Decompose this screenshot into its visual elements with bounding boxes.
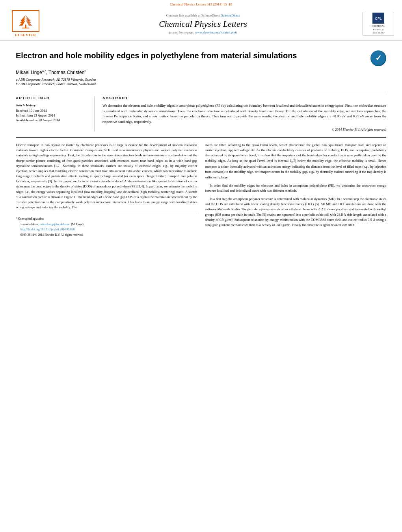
- header-center: Contents lists available at ScienceDirec…: [51, 13, 355, 34]
- issn-line: 0009-261 4/© 2014 Elsevier B.V. All righ…: [16, 233, 197, 237]
- body-divider: [16, 137, 386, 138]
- homepage-url[interactable]: www.elsevier.com/locate/cplett: [195, 30, 237, 34]
- doi-line: http://dx.doi.org/10.1016/j.cplett.2014.…: [16, 227, 197, 232]
- affiliation-a: a ABB Corporate Research, SE 72178 Väste…: [16, 78, 386, 82]
- svg-rect-0: [25, 24, 26, 28]
- cpl-logo-icon: CPL: [372, 13, 384, 24]
- sciencedirect-url[interactable]: ScienceDirect: [221, 13, 240, 17]
- article-title: Electron and hole mobility edges in poly…: [16, 50, 363, 61]
- journal-homepage: journal homepage: www.elsevier.com/locat…: [51, 30, 355, 34]
- affiliation-b: b ABB Corporate Research, Baden-Dättwil,…: [16, 82, 386, 86]
- journal-citation-bar: Chemical Physics Letters 613 (2014) 15–1…: [0, 0, 402, 7]
- journal-logo-right: CPL CHEMICALPHYSICSLETTERS: [363, 12, 394, 35]
- abstract-text: We determine the electron and hole mobil…: [102, 103, 386, 124]
- received-date: Received 10 June 2014: [16, 109, 88, 113]
- body-right-para2: In order find the mobility edges for ele…: [205, 183, 386, 193]
- svg-marker-6: [26, 17, 32, 23]
- article-body-section: ARTICLE INFO Article history: Received 1…: [16, 92, 386, 132]
- available-date: Available online 28 August 2014: [16, 118, 88, 122]
- journal-header: ELSEVIER Contents lists available at Sci…: [0, 7, 402, 41]
- article-header: Electron and hole mobility edges in poly…: [16, 50, 386, 66]
- elsevier-logo-box: [12, 10, 39, 32]
- copyright-line: © 2014 Elsevier B.V. All rights reserved…: [102, 128, 386, 132]
- body-right-para1: states are filled according to the quasi…: [205, 143, 386, 180]
- footnote-star: * Corresponding author.: [16, 217, 197, 221]
- affiliations: a ABB Corporate Research, SE 72178 Väste…: [16, 78, 386, 86]
- svg-rect-1: [22, 28, 29, 28]
- article-info: ARTICLE INFO Article history: Received 1…: [16, 96, 95, 132]
- crossmark-icon[interactable]: ✓: [370, 50, 386, 66]
- final-form-date: In final form 23 August 2014: [16, 113, 88, 117]
- main-content: Electron and hole mobility edges in poly…: [0, 41, 402, 246]
- doi-link[interactable]: http://dx.doi.org/10.1016/j.cplett.2014.…: [20, 228, 74, 231]
- svg-text:✓: ✓: [375, 54, 382, 62]
- body-right-para3: In a first step the amorphous polymer st…: [205, 196, 386, 228]
- journal-title: Chemical Physics Letters: [51, 19, 355, 29]
- body-column-right: states are filled according to the quasi…: [205, 143, 386, 238]
- body-column-left: Electric transport in non-crystalline ma…: [16, 143, 197, 238]
- abstract-section: ABSTRACT We determine the electron and h…: [102, 96, 386, 132]
- svg-text:CPL: CPL: [375, 17, 382, 20]
- authors-line: Mikael Ungea,*, Thomas Christenb: [16, 69, 386, 75]
- sciencedirect-link: Contents lists available at ScienceDirec…: [51, 13, 355, 17]
- article-info-heading: ARTICLE INFO: [16, 96, 88, 100]
- elsevier-label: ELSEVIER: [15, 33, 36, 37]
- history-label: Article history:: [16, 103, 88, 107]
- elsevier-logo: ELSEVIER: [8, 10, 43, 37]
- abstract-heading: ABSTRACT: [102, 96, 386, 100]
- author2-name: Thomas Christen: [48, 70, 84, 75]
- author1-name: Mikael Unge: [16, 70, 42, 75]
- journal-citation: Chemical Physics Letters 613 (2014) 15–1…: [170, 2, 232, 6]
- footnote-area: * Corresponding author. E-mail address: …: [16, 214, 197, 237]
- cpl-label: CHEMICALPHYSICSLETTERS: [372, 24, 385, 34]
- body-left-para1: Electric transport in non-crystalline ma…: [16, 143, 197, 210]
- body-columns: Electric transport in non-crystalline ma…: [16, 143, 386, 238]
- email-link[interactable]: mikael.unge@se.abb.com: [40, 222, 71, 226]
- footnote-email: E-mail address: mikael.unge@se.abb.com (…: [16, 222, 197, 227]
